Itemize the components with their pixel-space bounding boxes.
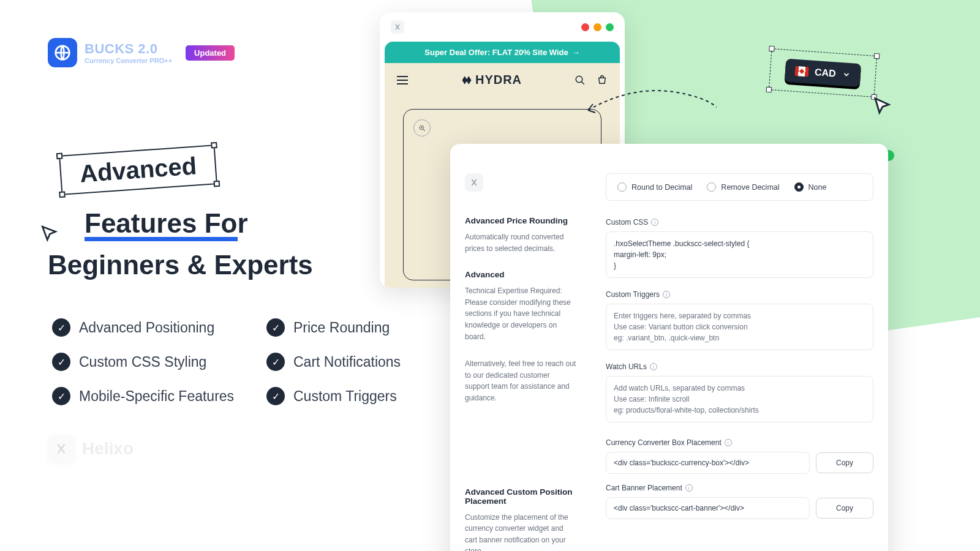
dashed-arrow bbox=[582, 80, 723, 141]
info-icon[interactable]: i bbox=[651, 219, 658, 226]
copy-button[interactable]: Copy bbox=[816, 498, 873, 519]
rounding-radio-group: Round to Decimal Remove Decimal None bbox=[606, 173, 873, 201]
hero-line-3: Beginners & Experts bbox=[48, 250, 313, 280]
updated-badge: Updated bbox=[186, 45, 235, 61]
placement-heading: Advanced Custom Position Placement bbox=[465, 487, 576, 506]
watch-urls-input[interactable]: Add watch URLs, separated by commas Use … bbox=[606, 376, 873, 422]
helixo-logo-icon bbox=[48, 435, 75, 462]
hero-text: Advanced Features For Beginners & Expert… bbox=[48, 150, 313, 280]
info-icon[interactable]: i bbox=[650, 363, 657, 370]
hero-underline bbox=[85, 237, 238, 241]
advanced-selection-box: Advanced bbox=[59, 144, 217, 195]
radio-none[interactable]: None bbox=[790, 182, 832, 192]
check-icon: ✓ bbox=[266, 387, 285, 405]
advanced-heading: Advanced bbox=[465, 270, 576, 279]
feature-item: ✓Price Rounding bbox=[266, 318, 444, 337]
helixo-label: Helixo bbox=[82, 439, 134, 459]
watch-urls-label: Watch URLsi bbox=[606, 362, 873, 371]
panel-app-icon bbox=[465, 173, 483, 192]
feature-item: ✓Custom Triggers bbox=[266, 387, 444, 405]
hydra-brand-label: HYDRA bbox=[461, 73, 522, 87]
feature-item: ✓Custom CSS Styling bbox=[52, 353, 266, 371]
check-icon: ✓ bbox=[266, 318, 285, 337]
brand-title: BUCKS 2.0 bbox=[85, 41, 172, 57]
info-icon[interactable]: i bbox=[685, 484, 693, 492]
check-icon: ✓ bbox=[52, 318, 70, 337]
cursor-icon bbox=[39, 223, 59, 243]
settings-panel: Advanced Price Rounding Automatically ro… bbox=[450, 144, 888, 551]
copy-button[interactable]: Copy bbox=[816, 452, 873, 473]
check-icon: ✓ bbox=[52, 353, 70, 371]
cad-selector-widget: CAD bbox=[769, 48, 877, 97]
placement-desc: Customize the placement of the currency … bbox=[465, 512, 576, 551]
radio-remove-decimal[interactable]: Remove Decimal bbox=[702, 182, 784, 192]
check-icon: ✓ bbox=[266, 353, 285, 371]
hero-line-2: Features For bbox=[85, 208, 313, 239]
chevron-down-icon bbox=[842, 70, 851, 79]
feature-item: ✓Mobile-Specific Features bbox=[52, 387, 266, 405]
custom-css-input[interactable]: .hxoSelectTheme .buckscc-select-styled {… bbox=[606, 231, 873, 278]
brand-logo-area: BUCKS 2.0 Currency Converter PRO++ Updat… bbox=[48, 38, 235, 67]
custom-css-label: Custom CSSi bbox=[606, 218, 873, 227]
helixo-brand: Helixo bbox=[48, 435, 134, 462]
traffic-lights[interactable] bbox=[581, 23, 614, 31]
banner-placement-label: Cart Banner Placement i bbox=[606, 484, 873, 492]
info-icon[interactable]: i bbox=[663, 291, 670, 298]
canada-flag-icon bbox=[795, 66, 809, 77]
hero-word-advanced: Advanced bbox=[79, 152, 198, 187]
hydra-app-icon bbox=[391, 20, 404, 34]
advanced-desc-2: Alternatively, feel free to reach out to… bbox=[465, 358, 576, 403]
rounding-desc: Automatically round converted prices to … bbox=[465, 231, 576, 254]
feature-item: ✓Cart Notifications bbox=[266, 353, 444, 371]
feature-list: ✓Advanced Positioning ✓Price Rounding ✓C… bbox=[52, 318, 444, 405]
brand-subtitle: Currency Converter PRO++ bbox=[85, 57, 172, 64]
radio-round-to-decimal[interactable]: Round to Decimal bbox=[612, 182, 697, 192]
hamburger-menu-icon[interactable] bbox=[397, 76, 408, 84]
bucks-logo-icon bbox=[48, 38, 77, 67]
banner-placement-code[interactable]: <div class='buckscc-cart-banner'></div> bbox=[606, 497, 810, 519]
advanced-desc-1: Technical Expertise Required: Please con… bbox=[465, 285, 576, 342]
info-icon[interactable]: i bbox=[725, 439, 732, 446]
check-icon: ✓ bbox=[52, 387, 70, 405]
promo-banner[interactable]: Super Deal Offer: FLAT 20% Site Wide → bbox=[385, 42, 620, 63]
custom-triggers-input[interactable]: Enter triggers here, separated by commas… bbox=[606, 304, 873, 350]
currency-selector-button[interactable]: CAD bbox=[785, 59, 861, 87]
cursor-icon bbox=[870, 95, 892, 117]
arrow-right-icon: → bbox=[572, 48, 580, 57]
rounding-heading: Advanced Price Rounding bbox=[465, 216, 576, 225]
box-placement-code[interactable]: <div class='buckscc-currency-box'></div> bbox=[606, 452, 810, 474]
feature-item: ✓Advanced Positioning bbox=[52, 318, 266, 337]
box-placement-label: Currency Converter Box Placement i bbox=[606, 438, 873, 447]
zoom-icon[interactable] bbox=[413, 119, 431, 137]
custom-triggers-label: Custom Triggersi bbox=[606, 290, 873, 299]
